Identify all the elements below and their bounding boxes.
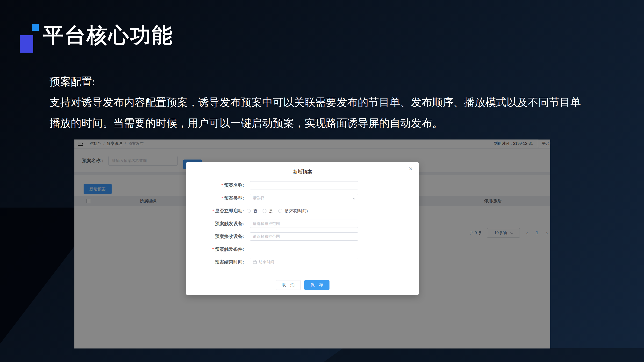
radio-option-yes[interactable]: 是 [262, 208, 273, 214]
form-row-receive-device: 预案接收设备: [186, 232, 419, 241]
title-accent-square-small [32, 24, 39, 31]
modal-form: *预案名称: *预案类型: 请选择 *是否立即启动: [186, 181, 419, 271]
modal-footer: 取 消 保 存 [186, 280, 419, 290]
required-asterisk: * [212, 209, 214, 213]
plan-type-field-label: *预案类型: [186, 195, 244, 201]
trigger-condition-field-label: *预案触发条件: [186, 246, 244, 252]
form-row-start-immediately: *是否立即启动: 否 是 是(不限时间) [186, 207, 419, 215]
radio-label: 是(不限时间) [284, 208, 308, 214]
plan-type-placeholder: 请选择 [253, 196, 264, 201]
trigger-device-field-label: 预案触发设备: [186, 221, 244, 227]
radio-label: 是 [269, 208, 273, 214]
end-time-placeholder: 结束时间 [259, 260, 274, 265]
save-button[interactable]: 保 存 [304, 280, 330, 290]
radio-icon [247, 209, 251, 213]
radio-option-yes-unlimited[interactable]: 是(不限时间) [278, 208, 308, 214]
slide-background: 平台核心功能 预案配置: 支持对诱导发布内容配置预案，诱导发布预案中可以关联需要… [0, 0, 644, 362]
calendar-icon [253, 260, 257, 264]
form-row-end-time: 预案结束时间: 结束时间 [186, 258, 419, 266]
decorative-triangle-right [324, 348, 644, 362]
start-immediately-radio-group: 否 是 是(不限时间) [247, 208, 308, 214]
radio-icon [262, 209, 266, 213]
body-line-1: 支持对诱导发布内容配置预案，诱导发布预案中可以关联需要发布的节目单、发布顺序、播… [50, 92, 605, 113]
radio-label: 否 [253, 208, 257, 214]
start-immediately-field-label: *是否立即启动: [186, 208, 244, 214]
form-row-plan-name: *预案名称: [186, 181, 419, 189]
plan-name-field[interactable] [250, 181, 358, 189]
required-asterisk: * [222, 196, 223, 201]
receive-device-field[interactable] [250, 232, 358, 241]
receive-device-field-label: 预案接收设备: [186, 233, 244, 240]
radio-option-no[interactable]: 否 [247, 208, 257, 214]
required-asterisk: * [212, 247, 214, 252]
app-screenshot: 控制台 / 预案管理 / 预案发布 到期时间：2199-12-31 平台续费 预… [74, 139, 550, 349]
form-row-plan-type: *预案类型: 请选择 [186, 194, 419, 202]
plan-name-field-label: *预案名称: [186, 182, 244, 188]
end-time-field-label: 预案结束时间: [186, 259, 244, 265]
body-line-2: 播放的时间。当需要的时候，用户可以一键启动预案，实现路面诱导屏的自动发布。 [50, 113, 605, 134]
modal-title: 新增预案 [186, 168, 419, 175]
plan-type-select[interactable]: 请选择 [250, 194, 358, 202]
radio-icon [278, 209, 282, 213]
add-plan-modal: 新增预案 × *预案名称: *预案类型: 请选择 [186, 162, 419, 295]
title-accent-square-large [20, 35, 33, 53]
page-title: 平台核心功能 [43, 21, 174, 49]
end-time-date-picker[interactable]: 结束时间 [250, 258, 358, 266]
chevron-down-icon [353, 197, 356, 200]
trigger-device-field[interactable] [250, 220, 358, 228]
form-row-trigger-condition: *预案触发条件: [186, 245, 419, 253]
required-asterisk: * [222, 183, 223, 188]
body-text: 预案配置: 支持对诱导发布内容配置预案，诱导发布预案中可以关联需要发布的节目单、… [50, 71, 605, 134]
cancel-button[interactable]: 取 消 [276, 280, 301, 290]
body-heading: 预案配置: [50, 71, 605, 92]
form-row-trigger-device: 预案触发设备: [186, 220, 419, 228]
close-icon[interactable]: × [409, 166, 412, 172]
